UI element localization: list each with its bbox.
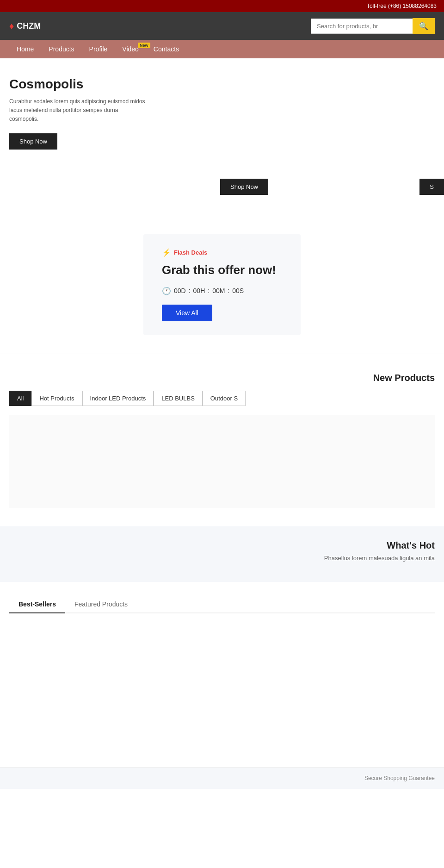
- secure-label: Secure Shopping Guarantee: [364, 775, 435, 781]
- hero-section: Cosmopolis Curabitur sodales lorem quis …: [0, 58, 444, 216]
- tab-hot-products[interactable]: Hot Products: [31, 391, 82, 406]
- search-input[interactable]: [311, 19, 413, 34]
- clock-icon: 🕐: [162, 287, 171, 295]
- footer-secure: Secure Shopping Guarantee: [0, 767, 444, 789]
- navigation: Home Products Profile Video New Contacts: [0, 40, 444, 58]
- search-bar: 🔍: [311, 18, 435, 34]
- countdown-sep1: :: [189, 287, 191, 294]
- whats-hot-description: Phasellus lorem malesuada ligula an mila: [9, 555, 435, 562]
- shop-now-right-button[interactable]: Shop Now: [220, 179, 268, 195]
- countdown-minutes: 00M: [212, 287, 225, 294]
- countdown-days: 00D: [174, 287, 186, 294]
- flash-title: Grab this offer now!: [162, 262, 282, 278]
- tab-led-bulbs[interactable]: LED BULBS: [154, 391, 203, 406]
- hero-text: Cosmopolis Curabitur sodales lorem quis …: [9, 77, 148, 150]
- tab-outdoor[interactable]: Outdoor S: [203, 391, 246, 406]
- new-products-title: New Products: [9, 373, 435, 383]
- top-bar: Toll-free (+86) 15088264083: [0, 0, 444, 12]
- countdown-hours: 00H: [193, 287, 205, 294]
- whats-hot-section: What's Hot Phasellus lorem malesuada lig…: [0, 526, 444, 582]
- countdown-sep2: :: [208, 287, 210, 294]
- tab-all[interactable]: All: [9, 391, 31, 406]
- logo: ♦ CHZM: [9, 21, 41, 31]
- tab-indoor-led[interactable]: Indoor LED Products: [82, 391, 154, 406]
- countdown-seconds: 00S: [232, 287, 244, 294]
- logo-text: CHZM: [17, 21, 41, 31]
- header: ♦ CHZM 🔍: [0, 12, 444, 40]
- flash-deals-section: ⚡ Flash Deals Grab this offer now! 🕐 00D…: [0, 225, 444, 344]
- new-products-header: New Products: [9, 373, 435, 383]
- countdown: 🕐 00D : 00H : 00M : 00S: [162, 287, 282, 295]
- divider-1: [0, 354, 444, 354]
- shop-now-far-right-wrapper: S: [419, 179, 444, 195]
- hero-shop-now-button[interactable]: Shop Now: [9, 133, 57, 150]
- hero-description: Curabitur sodales lorem quis adipiscing …: [9, 97, 148, 124]
- nav-products[interactable]: Products: [41, 40, 81, 58]
- products-grid: [9, 415, 435, 508]
- shop-now-far-right-button[interactable]: S: [419, 179, 444, 195]
- best-sellers-tabs: Best-Sellers Featured Products: [9, 596, 435, 613]
- logo-icon: ♦: [9, 21, 14, 31]
- tab-best-sellers[interactable]: Best-Sellers: [9, 596, 65, 613]
- category-tabs: All Hot Products Indoor LED Products LED…: [9, 391, 435, 406]
- flash-deals-card: ⚡ Flash Deals Grab this offer now! 🕐 00D…: [143, 234, 301, 335]
- new-products-section: New Products All Hot Products Indoor LED…: [0, 363, 444, 526]
- hero-title: Cosmopolis: [9, 77, 148, 92]
- shop-now-right-wrapper: Shop Now: [220, 179, 268, 195]
- countdown-sep3: :: [228, 287, 229, 294]
- flash-icon: ⚡: [162, 248, 171, 257]
- best-sellers-section: Best-Sellers Featured Products: [0, 582, 444, 767]
- nav-contacts[interactable]: Contacts: [146, 40, 186, 58]
- tab-featured-products[interactable]: Featured Products: [65, 596, 137, 613]
- phone-number: Toll-free (+86) 15088264083: [367, 3, 437, 9]
- nav-profile[interactable]: Profile: [82, 40, 115, 58]
- search-button[interactable]: 🔍: [413, 18, 435, 34]
- nav-home[interactable]: Home: [9, 40, 41, 58]
- flash-label-text: Flash Deals: [174, 249, 207, 256]
- whats-hot-title: What's Hot: [9, 540, 435, 551]
- view-all-button[interactable]: View All: [162, 305, 212, 321]
- flash-label: ⚡ Flash Deals: [162, 248, 282, 257]
- nav-new-badge: New: [138, 43, 150, 48]
